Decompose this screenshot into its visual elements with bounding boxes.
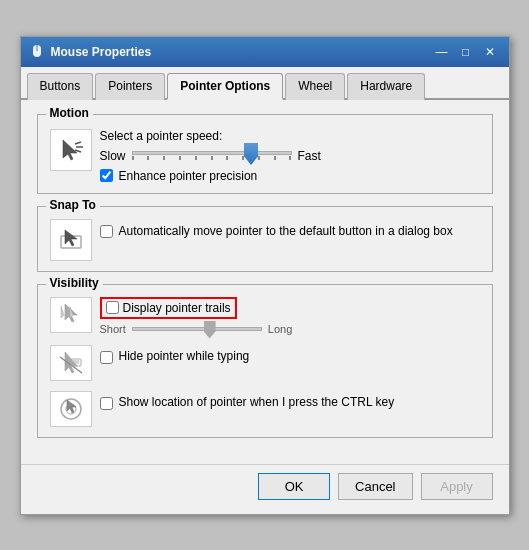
- trails-icon-box: [50, 297, 92, 333]
- snap-to-checkbox-label: Automatically move pointer to the defaul…: [119, 223, 453, 240]
- trails-icon: [57, 301, 85, 329]
- slow-label: Slow: [100, 149, 126, 163]
- trails-checkbox[interactable]: [106, 301, 119, 314]
- speed-slider-container[interactable]: [132, 151, 292, 160]
- hide-typing-icon: [57, 349, 85, 377]
- visibility-section-label: Visibility: [46, 276, 103, 290]
- show-ctrl-icon: [57, 395, 85, 423]
- svg-marker-9: [61, 306, 64, 318]
- snap-to-content: Automatically move pointer to the defaul…: [50, 219, 480, 261]
- tab-buttons[interactable]: Buttons: [27, 73, 94, 100]
- trails-slider-track[interactable]: [132, 327, 262, 331]
- svg-marker-7: [65, 230, 77, 246]
- visibility-items: Display pointer trails Short Long: [50, 297, 480, 427]
- precision-checkbox[interactable]: [100, 169, 113, 182]
- window-title: Mouse Properties: [51, 45, 431, 59]
- snap-to-check-row: Automatically move pointer to the defaul…: [100, 219, 480, 240]
- svg-marker-2: [63, 140, 77, 160]
- trails-highlight-box: Display pointer trails: [100, 297, 237, 319]
- hide-typing-check-row: Hide pointer while typing: [100, 345, 480, 364]
- button-bar: OK Cancel Apply: [21, 464, 509, 514]
- hide-typing-checkbox[interactable]: [100, 351, 113, 364]
- minimize-button[interactable]: —: [431, 43, 453, 61]
- trails-slider-thumb[interactable]: [204, 321, 216, 339]
- mouse-icon: [29, 44, 45, 60]
- maximize-button[interactable]: □: [455, 43, 477, 61]
- speed-label: Select a pointer speed:: [100, 129, 480, 143]
- snap-to-section: Snap To Automatically move pointer to th…: [37, 206, 493, 272]
- motion-icon-box: [50, 129, 92, 171]
- fast-label: Fast: [298, 149, 321, 163]
- window-controls: — □ ✕: [431, 43, 501, 61]
- trails-slider-container[interactable]: [132, 327, 262, 331]
- trails-slider-row: Short Long: [100, 323, 480, 335]
- show-ctrl-item: Show location of pointer when I press th…: [50, 391, 480, 427]
- svg-marker-18: [67, 400, 76, 413]
- show-ctrl-icon-box: [50, 391, 92, 427]
- motion-content: Select a pointer speed: Slow: [50, 129, 480, 183]
- motion-section: Motion Select a pointer speed: Slow: [37, 114, 493, 194]
- ok-button[interactable]: OK: [258, 473, 330, 500]
- tab-content: Motion Select a pointer speed: Slow: [21, 100, 509, 464]
- svg-line-3: [75, 142, 81, 144]
- trails-controls: Display pointer trails Short Long: [100, 297, 480, 335]
- close-button[interactable]: ✕: [479, 43, 501, 61]
- visibility-section: Visibility: [37, 284, 493, 438]
- speed-slider-row: Slow Fast: [100, 149, 480, 163]
- pointer-speed-icon: [57, 136, 85, 164]
- snap-to-checkbox[interactable]: [100, 225, 113, 238]
- hide-typing-label: Hide pointer while typing: [119, 349, 250, 363]
- tab-wheel[interactable]: Wheel: [285, 73, 345, 100]
- show-ctrl-checkbox[interactable]: [100, 397, 113, 410]
- hide-typing-icon-box: [50, 345, 92, 381]
- tab-pointers[interactable]: Pointers: [95, 73, 165, 100]
- title-bar: Mouse Properties — □ ✕: [21, 37, 509, 67]
- short-label: Short: [100, 323, 126, 335]
- trails-check-row: Display pointer trails: [100, 297, 480, 319]
- motion-controls: Select a pointer speed: Slow: [100, 129, 480, 183]
- speed-slider-thumb[interactable]: [244, 143, 258, 165]
- slider-dots: [132, 156, 292, 160]
- speed-slider-track[interactable]: [132, 151, 292, 155]
- apply-button[interactable]: Apply: [421, 473, 493, 500]
- snap-to-icon-box: [50, 219, 92, 261]
- precision-label: Enhance pointer precision: [119, 169, 258, 183]
- mouse-properties-window: Mouse Properties — □ ✕ Buttons Pointers …: [20, 36, 510, 515]
- snap-to-label: Snap To: [46, 198, 100, 212]
- show-ctrl-check-row: Show location of pointer when I press th…: [100, 391, 480, 410]
- trails-label: Display pointer trails: [123, 301, 231, 315]
- precision-row: Enhance pointer precision: [100, 169, 480, 183]
- tab-hardware[interactable]: Hardware: [347, 73, 425, 100]
- tab-bar: Buttons Pointers Pointer Options Wheel H…: [21, 67, 509, 100]
- trails-item: Display pointer trails Short Long: [50, 297, 480, 335]
- cancel-button[interactable]: Cancel: [338, 473, 412, 500]
- motion-section-label: Motion: [46, 106, 93, 120]
- snap-to-icon: [57, 226, 85, 254]
- tab-pointer-options[interactable]: Pointer Options: [167, 73, 283, 100]
- hide-typing-item: Hide pointer while typing: [50, 345, 480, 381]
- long-label: Long: [268, 323, 292, 335]
- show-ctrl-label: Show location of pointer when I press th…: [119, 395, 395, 409]
